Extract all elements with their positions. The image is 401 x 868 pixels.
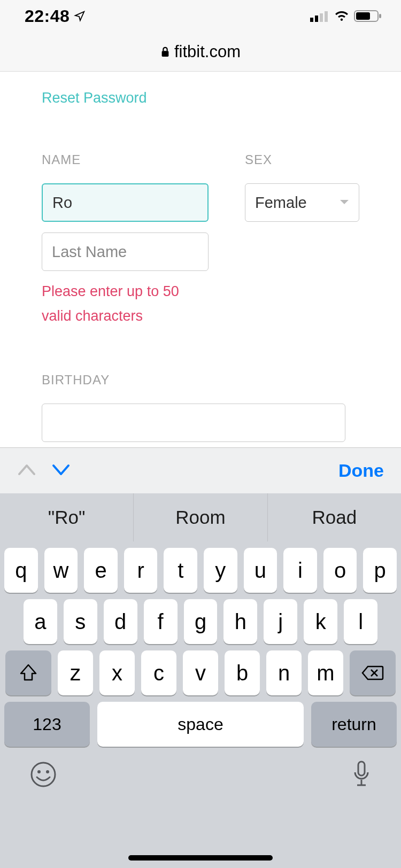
- svg-point-8: [32, 763, 55, 786]
- key-g[interactable]: g: [184, 599, 218, 644]
- svg-rect-2: [320, 13, 323, 22]
- key-backspace[interactable]: [350, 650, 396, 695]
- key-z[interactable]: z: [58, 650, 93, 695]
- key-v[interactable]: v: [183, 650, 218, 695]
- browser-url: fitbit.com: [174, 42, 241, 61]
- svg-rect-11: [358, 762, 365, 776]
- key-r[interactable]: r: [124, 548, 158, 593]
- svg-rect-6: [379, 14, 381, 18]
- key-a[interactable]: a: [24, 599, 57, 644]
- svg-point-10: [46, 770, 49, 773]
- key-o[interactable]: o: [323, 548, 357, 593]
- key-f[interactable]: f: [144, 599, 178, 644]
- key-return[interactable]: return: [311, 702, 397, 747]
- svg-rect-7: [162, 51, 169, 57]
- key-h[interactable]: h: [223, 599, 257, 644]
- key-s[interactable]: s: [64, 599, 97, 644]
- key-u[interactable]: u: [244, 548, 277, 593]
- birthday-input[interactable]: [42, 404, 345, 442]
- key-w[interactable]: w: [44, 548, 78, 593]
- signal-icon: [310, 10, 329, 22]
- key-m[interactable]: m: [308, 650, 343, 695]
- key-q[interactable]: q: [4, 548, 38, 593]
- last-name-input[interactable]: [42, 232, 209, 271]
- status-time: 22:48: [25, 6, 70, 26]
- sex-select[interactable]: Female: [245, 183, 359, 222]
- prev-field-icon: [17, 462, 36, 479]
- svg-rect-5: [356, 12, 370, 20]
- keyboard-accessory: Done: [0, 447, 401, 493]
- key-e[interactable]: e: [84, 548, 118, 593]
- suggestion-0[interactable]: "Ro": [0, 493, 134, 541]
- key-p[interactable]: p: [363, 548, 397, 593]
- key-shift[interactable]: [5, 650, 51, 695]
- svg-rect-3: [325, 11, 328, 22]
- name-label: NAME: [42, 152, 215, 167]
- key-123[interactable]: 123: [4, 702, 90, 747]
- key-y[interactable]: y: [204, 548, 237, 593]
- key-t[interactable]: t: [164, 548, 197, 593]
- browser-address-bar[interactable]: fitbit.com: [0, 32, 401, 72]
- key-k[interactable]: k: [304, 599, 337, 644]
- chevron-down-icon: [340, 199, 349, 206]
- svg-rect-0: [310, 18, 313, 22]
- statusbar: 22:48: [0, 0, 401, 32]
- battery-icon: [354, 10, 382, 22]
- key-n[interactable]: n: [266, 650, 302, 695]
- svg-rect-1: [315, 15, 318, 22]
- key-c[interactable]: c: [141, 650, 176, 695]
- name-error-text: Please enter up to 50 valid characters: [42, 280, 202, 329]
- next-field-icon[interactable]: [51, 462, 71, 479]
- sex-value: Female: [255, 194, 307, 212]
- key-d[interactable]: d: [104, 599, 137, 644]
- mic-icon[interactable]: [352, 761, 371, 790]
- location-arrow-icon: [74, 10, 86, 22]
- suggestion-1[interactable]: Room: [134, 493, 267, 541]
- keyboard: "Ro" Room Road q w e r t y u i o p a s d…: [0, 493, 401, 868]
- suggestion-2[interactable]: Road: [268, 493, 401, 541]
- birthday-label: BIRTHDAY: [42, 373, 359, 387]
- lock-icon: [160, 46, 170, 57]
- page-content: Reset Password NAME Please enter up to 5…: [0, 72, 401, 448]
- wifi-icon: [334, 10, 350, 22]
- emoji-icon[interactable]: [30, 761, 57, 790]
- key-l[interactable]: l: [344, 599, 377, 644]
- first-name-input[interactable]: [42, 183, 209, 222]
- key-space[interactable]: space: [97, 702, 304, 747]
- svg-point-9: [37, 770, 41, 773]
- key-x[interactable]: x: [99, 650, 135, 695]
- done-button[interactable]: Done: [338, 460, 384, 481]
- sex-label: SEX: [245, 152, 359, 167]
- key-i[interactable]: i: [283, 548, 317, 593]
- reset-password-link[interactable]: Reset Password: [42, 90, 147, 106]
- key-b[interactable]: b: [225, 650, 260, 695]
- home-indicator[interactable]: [128, 855, 273, 861]
- suggestions-row: "Ro" Room Road: [0, 493, 401, 541]
- key-j[interactable]: j: [264, 599, 297, 644]
